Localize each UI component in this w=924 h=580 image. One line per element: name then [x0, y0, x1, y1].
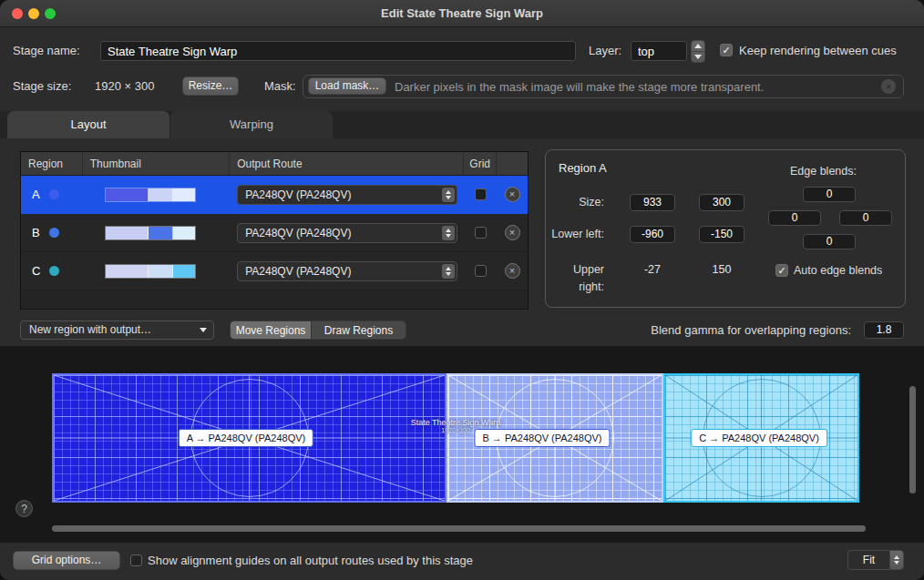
blend-gamma-field[interactable]: 1.8	[864, 321, 904, 339]
auto-edge-blends-checkbox[interactable]: ✓	[775, 264, 788, 277]
zoom-fit-control[interactable]: Fit	[847, 550, 904, 570]
lower-left-x-field[interactable]: -960	[630, 226, 675, 243]
layout-tab-content: Region Thumbnail Output Route Grid A PA2…	[0, 138, 924, 346]
edge-blend-bottom-field[interactable]: 0	[803, 234, 856, 249]
auto-edge-blends-label: Auto edge blends	[794, 264, 882, 277]
region-b-route-label[interactable]: B → PA248QV (PA248QV)	[474, 429, 610, 447]
output-route-select[interactable]: PA248QV (PA248QV)	[237, 261, 457, 281]
keep-rendering-checkbox[interactable]: ✓	[720, 44, 733, 56]
edit-stage-window: Edit State Theatre Sign Warp Stage name:…	[0, 0, 924, 580]
upper-right-y-value: 150	[699, 261, 744, 279]
stage-size-value: 1920 × 300	[95, 79, 154, 93]
region-table-header: Region Thumbnail Output Route Grid	[21, 152, 528, 176]
region-name: A	[32, 188, 40, 201]
keep-rendering-label: Keep rendering between cues	[739, 44, 897, 57]
lower-left-label: Lower left:	[546, 226, 604, 243]
region-panel-title: Region A	[559, 161, 607, 175]
stage-name-row: Stage name: Layer: ✓ Keep rendering betw…	[0, 40, 924, 64]
layer-stepper-down-icon[interactable]	[692, 52, 704, 62]
region-color-dot[interactable]	[49, 189, 59, 199]
check-icon: ✓	[777, 266, 785, 276]
clear-mask-icon[interactable]: ×	[881, 79, 896, 94]
output-route-select[interactable]: PA248QV (PA248QV)	[237, 185, 457, 205]
mask-label: Mask:	[264, 79, 296, 93]
layer-input[interactable]	[631, 41, 687, 61]
column-header-actions	[497, 152, 528, 175]
close-button[interactable]	[12, 8, 23, 19]
layer-label: Layer:	[589, 44, 621, 57]
select-stepper-icon	[442, 188, 455, 202]
table-row-region-a[interactable]: A PA248QV (PA248QV) ×	[21, 176, 528, 214]
column-header-grid: Grid	[464, 152, 497, 175]
tab-bar: Layout Warping	[0, 111, 924, 138]
draw-regions-button[interactable]: Draw Regions	[311, 321, 406, 339]
grid-checkbox[interactable]	[475, 188, 487, 200]
mask-well: Load mask… Darker pixels in the mask ima…	[303, 75, 904, 98]
table-row-region-b[interactable]: B PA248QV (PA248QV) ×	[21, 214, 528, 252]
stage-name-input[interactable]	[100, 41, 576, 61]
edge-blend-right-field[interactable]: 0	[839, 210, 892, 226]
chevron-down-icon	[200, 328, 207, 332]
resize-button[interactable]: Resize…	[182, 76, 239, 96]
grid-checkbox[interactable]	[475, 265, 487, 277]
alignment-guides-checkbox[interactable]	[130, 555, 142, 566]
delete-region-icon[interactable]: ×	[505, 187, 520, 202]
upper-right-label: Upper right:	[546, 261, 604, 296]
check-icon: ✓	[722, 46, 730, 56]
column-header-thumbnail: Thumbnail	[83, 152, 230, 175]
lower-left-y-field[interactable]: -150	[699, 226, 744, 243]
footer-bar: Grid options… Show alignment guides on a…	[0, 542, 924, 580]
window-title: Edit State Theatre Sign Warp	[0, 0, 924, 27]
region-detail-panel: Region A Size: 933 300 Lower left: -960 …	[545, 149, 906, 308]
zoom-value[interactable]: Fit	[847, 550, 889, 570]
help-button[interactable]: ?	[15, 500, 33, 517]
region-name: B	[32, 226, 40, 239]
zoom-button[interactable]	[45, 8, 56, 19]
column-header-region: Region	[21, 152, 83, 175]
new-region-dropdown[interactable]: New region with output…	[20, 321, 214, 340]
edge-blends-label: Edge blends:	[790, 165, 857, 178]
blend-gamma-label: Blend gamma for overlapping regions:	[651, 323, 851, 337]
load-mask-button[interactable]: Load mask…	[308, 77, 386, 95]
region-c-route-label[interactable]: C → PA248QV (PA248QV)	[691, 429, 827, 447]
vertical-scrollbar[interactable]	[909, 386, 916, 494]
mask-hint: Darker pixels in the mask image will mak…	[395, 76, 764, 98]
size-height-field[interactable]: 300	[699, 194, 744, 211]
zoom-stepper-icon[interactable]	[889, 550, 904, 570]
edge-blend-top-field[interactable]: 0	[803, 187, 856, 202]
region-a-route-label[interactable]: A → PA248QV (PA248QV)	[179, 429, 313, 447]
region-table: Region Thumbnail Output Route Grid A PA2…	[20, 151, 529, 310]
grid-options-button[interactable]: Grid options…	[13, 551, 120, 570]
move-regions-button[interactable]: Move Regions	[231, 321, 311, 339]
region-color-dot[interactable]	[49, 228, 59, 238]
tab-layout[interactable]: Layout	[7, 111, 169, 138]
region-mode-segmented: Move Regions Draw Regions	[230, 321, 406, 340]
table-row-region-c[interactable]: C PA248QV (PA248QV) ×	[21, 252, 528, 290]
stage-size-label: Stage size:	[13, 79, 71, 93]
tab-warping[interactable]: Warping	[170, 111, 333, 138]
output-route-select[interactable]: PA248QV (PA248QV)	[237, 223, 457, 243]
region-name: C	[32, 264, 40, 278]
delete-region-icon[interactable]: ×	[505, 225, 520, 240]
stage-name-label: Stage name:	[13, 44, 80, 57]
grid-checkbox[interactable]	[475, 227, 487, 239]
stage-canvas[interactable]: State Theatre Sign Warp 1920×300 A → PA2…	[52, 373, 859, 503]
delete-region-icon[interactable]: ×	[505, 263, 520, 279]
region-thumbnail	[105, 188, 196, 202]
size-label: Size:	[546, 194, 604, 211]
alignment-guides-label: Show alignment guides on all output rout…	[148, 554, 473, 567]
layer-stepper[interactable]	[691, 40, 705, 63]
titlebar: Edit State Theatre Sign Warp	[0, 0, 924, 27]
size-width-field[interactable]: 933	[630, 194, 675, 211]
region-thumbnail	[105, 226, 196, 240]
select-stepper-icon	[442, 264, 455, 279]
layer-stepper-up-icon[interactable]	[692, 41, 704, 52]
region-thumbnail	[105, 264, 196, 279]
stage-preview[interactable]: State Theatre Sign Warp 1920×300 A → PA2…	[0, 346, 924, 542]
horizontal-scrollbar[interactable]	[52, 525, 866, 532]
minimize-button[interactable]	[28, 8, 39, 19]
edge-blend-left-field[interactable]: 0	[768, 210, 821, 226]
region-color-dot[interactable]	[49, 266, 59, 276]
upper-right-x-value: -27	[630, 261, 675, 279]
select-stepper-icon	[442, 226, 455, 240]
